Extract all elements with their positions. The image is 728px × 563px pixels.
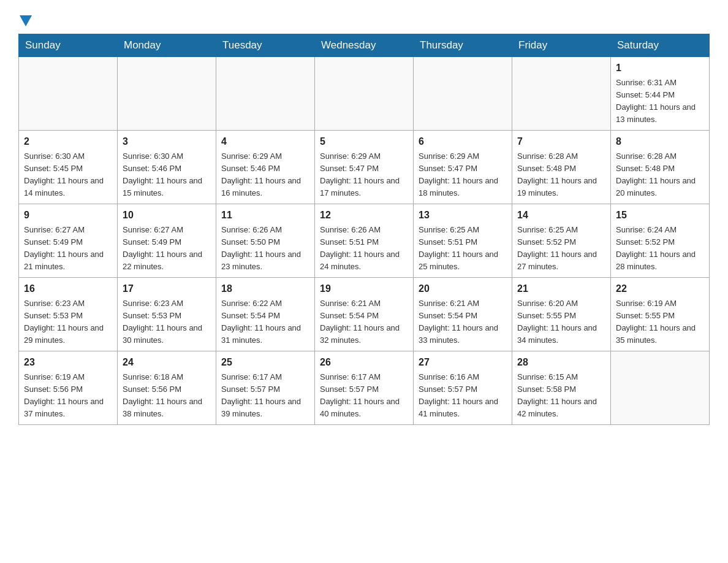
day-number: 14: [517, 208, 605, 223]
day-info: Sunrise: 6:19 AM Sunset: 5:56 PM Dayligh…: [24, 371, 112, 421]
day-info: Sunrise: 6:30 AM Sunset: 5:46 PM Dayligh…: [123, 150, 211, 200]
calendar-cell: [19, 57, 118, 131]
calendar-header-row: SundayMondayTuesdayWednesdayThursdayFrid…: [19, 34, 710, 57]
day-info: Sunrise: 6:28 AM Sunset: 5:48 PM Dayligh…: [616, 150, 704, 200]
calendar-cell: [315, 57, 414, 131]
day-info: Sunrise: 6:19 AM Sunset: 5:55 PM Dayligh…: [616, 297, 704, 347]
day-info: Sunrise: 6:18 AM Sunset: 5:56 PM Dayligh…: [123, 371, 211, 421]
calendar-cell: 4Sunrise: 6:29 AM Sunset: 5:46 PM Daylig…: [216, 131, 315, 204]
weekday-header-sunday: Sunday: [19, 34, 118, 57]
calendar-cell: [512, 57, 611, 131]
calendar-cell: 5Sunrise: 6:29 AM Sunset: 5:47 PM Daylig…: [315, 131, 414, 204]
calendar-cell: 11Sunrise: 6:26 AM Sunset: 5:50 PM Dayli…: [216, 204, 315, 278]
day-info: Sunrise: 6:26 AM Sunset: 5:50 PM Dayligh…: [221, 224, 309, 274]
calendar-cell: 12Sunrise: 6:26 AM Sunset: 5:51 PM Dayli…: [315, 204, 414, 278]
calendar-cell: 28Sunrise: 6:15 AM Sunset: 5:58 PM Dayli…: [512, 351, 611, 425]
calendar-cell: [118, 57, 216, 131]
logo: [18, 12, 32, 28]
calendar-cell: 9Sunrise: 6:27 AM Sunset: 5:49 PM Daylig…: [19, 204, 118, 278]
calendar-week-row: 2Sunrise: 6:30 AM Sunset: 5:45 PM Daylig…: [19, 131, 710, 204]
day-number: 5: [320, 134, 408, 149]
logo-triangle-icon: [20, 15, 32, 26]
calendar-cell: [611, 351, 710, 425]
calendar-table: SundayMondayTuesdayWednesdayThursdayFrid…: [18, 34, 710, 425]
calendar-week-row: 1Sunrise: 6:31 AM Sunset: 5:44 PM Daylig…: [19, 57, 710, 131]
page-header: [18, 12, 710, 28]
calendar-cell: [414, 57, 512, 131]
day-number: 3: [123, 134, 211, 149]
day-number: 13: [419, 208, 507, 223]
day-number: 7: [517, 134, 605, 149]
calendar-week-row: 23Sunrise: 6:19 AM Sunset: 5:56 PM Dayli…: [19, 351, 710, 425]
weekday-header-thursday: Thursday: [414, 34, 512, 57]
calendar-cell: 21Sunrise: 6:20 AM Sunset: 5:55 PM Dayli…: [512, 278, 611, 351]
day-info: Sunrise: 6:26 AM Sunset: 5:51 PM Dayligh…: [320, 224, 408, 274]
calendar-cell: 15Sunrise: 6:24 AM Sunset: 5:52 PM Dayli…: [611, 204, 710, 278]
calendar-cell: 22Sunrise: 6:19 AM Sunset: 5:55 PM Dayli…: [611, 278, 710, 351]
day-number: 26: [320, 355, 408, 370]
day-info: Sunrise: 6:28 AM Sunset: 5:48 PM Dayligh…: [517, 150, 605, 200]
day-number: 27: [419, 355, 507, 370]
day-number: 12: [320, 208, 408, 223]
calendar-cell: 6Sunrise: 6:29 AM Sunset: 5:47 PM Daylig…: [414, 131, 512, 204]
day-info: Sunrise: 6:23 AM Sunset: 5:53 PM Dayligh…: [123, 297, 211, 347]
day-info: Sunrise: 6:15 AM Sunset: 5:58 PM Dayligh…: [517, 371, 605, 421]
calendar-cell: 17Sunrise: 6:23 AM Sunset: 5:53 PM Dayli…: [118, 278, 216, 351]
calendar-cell: 13Sunrise: 6:25 AM Sunset: 5:51 PM Dayli…: [414, 204, 512, 278]
calendar-cell: 19Sunrise: 6:21 AM Sunset: 5:54 PM Dayli…: [315, 278, 414, 351]
day-number: 16: [24, 282, 112, 296]
day-info: Sunrise: 6:17 AM Sunset: 5:57 PM Dayligh…: [221, 371, 309, 421]
weekday-header-tuesday: Tuesday: [216, 34, 315, 57]
calendar-cell: 27Sunrise: 6:16 AM Sunset: 5:57 PM Dayli…: [414, 351, 512, 425]
day-number: 6: [419, 134, 507, 149]
calendar-cell: [216, 57, 315, 131]
calendar-cell: 7Sunrise: 6:28 AM Sunset: 5:48 PM Daylig…: [512, 131, 611, 204]
day-number: 25: [221, 355, 309, 370]
day-number: 23: [24, 355, 112, 370]
day-number: 11: [221, 208, 309, 223]
day-number: 10: [123, 208, 211, 223]
calendar-week-row: 9Sunrise: 6:27 AM Sunset: 5:49 PM Daylig…: [19, 204, 710, 278]
day-info: Sunrise: 6:29 AM Sunset: 5:47 PM Dayligh…: [320, 150, 408, 200]
weekday-header-friday: Friday: [512, 34, 611, 57]
day-number: 28: [517, 355, 605, 370]
calendar-cell: 16Sunrise: 6:23 AM Sunset: 5:53 PM Dayli…: [19, 278, 118, 351]
day-number: 17: [123, 282, 211, 296]
calendar-cell: 25Sunrise: 6:17 AM Sunset: 5:57 PM Dayli…: [216, 351, 315, 425]
day-number: 21: [517, 282, 605, 296]
day-info: Sunrise: 6:27 AM Sunset: 5:49 PM Dayligh…: [123, 224, 211, 274]
weekday-header-wednesday: Wednesday: [315, 34, 414, 57]
calendar-cell: 24Sunrise: 6:18 AM Sunset: 5:56 PM Dayli…: [118, 351, 216, 425]
day-number: 20: [419, 282, 507, 296]
day-info: Sunrise: 6:25 AM Sunset: 5:52 PM Dayligh…: [517, 224, 605, 274]
day-info: Sunrise: 6:31 AM Sunset: 5:44 PM Dayligh…: [616, 77, 704, 126]
weekday-header-monday: Monday: [118, 34, 216, 57]
calendar-cell: 1Sunrise: 6:31 AM Sunset: 5:44 PM Daylig…: [611, 57, 710, 131]
day-info: Sunrise: 6:16 AM Sunset: 5:57 PM Dayligh…: [419, 371, 507, 421]
weekday-header-saturday: Saturday: [611, 34, 710, 57]
calendar-cell: 20Sunrise: 6:21 AM Sunset: 5:54 PM Dayli…: [414, 278, 512, 351]
calendar-week-row: 16Sunrise: 6:23 AM Sunset: 5:53 PM Dayli…: [19, 278, 710, 351]
day-number: 2: [24, 134, 112, 149]
day-number: 4: [221, 134, 309, 149]
calendar-cell: 10Sunrise: 6:27 AM Sunset: 5:49 PM Dayli…: [118, 204, 216, 278]
day-number: 15: [616, 208, 704, 223]
day-info: Sunrise: 6:27 AM Sunset: 5:49 PM Dayligh…: [24, 224, 112, 274]
day-info: Sunrise: 6:21 AM Sunset: 5:54 PM Dayligh…: [320, 297, 408, 347]
day-number: 19: [320, 282, 408, 296]
day-info: Sunrise: 6:24 AM Sunset: 5:52 PM Dayligh…: [616, 224, 704, 274]
day-info: Sunrise: 6:29 AM Sunset: 5:47 PM Dayligh…: [419, 150, 507, 200]
calendar-cell: 26Sunrise: 6:17 AM Sunset: 5:57 PM Dayli…: [315, 351, 414, 425]
calendar-cell: 14Sunrise: 6:25 AM Sunset: 5:52 PM Dayli…: [512, 204, 611, 278]
day-number: 8: [616, 134, 704, 149]
calendar-cell: 8Sunrise: 6:28 AM Sunset: 5:48 PM Daylig…: [611, 131, 710, 204]
calendar-cell: 18Sunrise: 6:22 AM Sunset: 5:54 PM Dayli…: [216, 278, 315, 351]
calendar-cell: 3Sunrise: 6:30 AM Sunset: 5:46 PM Daylig…: [118, 131, 216, 204]
logo-blue-part: [18, 15, 32, 28]
calendar-cell: 23Sunrise: 6:19 AM Sunset: 5:56 PM Dayli…: [19, 351, 118, 425]
day-number: 9: [24, 208, 112, 223]
day-info: Sunrise: 6:29 AM Sunset: 5:46 PM Dayligh…: [221, 150, 309, 200]
day-number: 18: [221, 282, 309, 296]
day-number: 22: [616, 282, 704, 296]
day-number: 1: [616, 61, 704, 75]
